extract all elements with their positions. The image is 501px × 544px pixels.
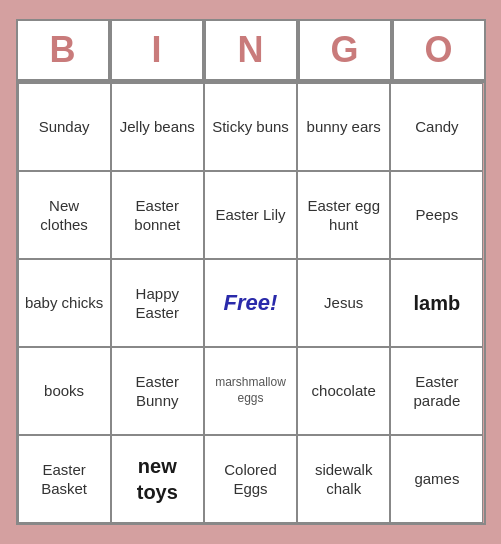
cell-3-1[interactable]: Easter Bunny xyxy=(111,347,204,435)
cell-3-2[interactable]: marshmallow eggs xyxy=(204,347,297,435)
cell-4-0[interactable]: Easter Basket xyxy=(18,435,111,523)
cell-2-3[interactable]: Jesus xyxy=(297,259,390,347)
cell-1-4[interactable]: Peeps xyxy=(390,171,483,259)
cell-2-1[interactable]: Happy Easter xyxy=(111,259,204,347)
cell-2-0[interactable]: baby chicks xyxy=(18,259,111,347)
cell-4-2[interactable]: Colored Eggs xyxy=(204,435,297,523)
cell-3-0[interactable]: books xyxy=(18,347,111,435)
cell-0-3[interactable]: bunny ears xyxy=(297,83,390,171)
cell-1-1[interactable]: Easter bonnet xyxy=(111,171,204,259)
cell-0-1[interactable]: Jelly beans xyxy=(111,83,204,171)
cell-0-0[interactable]: Sunday xyxy=(18,83,111,171)
cell-2-4[interactable]: lamb xyxy=(390,259,483,347)
bingo-grid: SundayJelly beansSticky bunsbunny earsCa… xyxy=(16,81,486,525)
cell-1-2[interactable]: Easter Lily xyxy=(204,171,297,259)
bingo-card: BINGO SundayJelly beansSticky bunsbunny … xyxy=(6,9,496,535)
header-letter-o: O xyxy=(392,19,486,81)
header-letter-i: I xyxy=(110,19,204,81)
cell-0-4[interactable]: Candy xyxy=(390,83,483,171)
bingo-header: BINGO xyxy=(16,19,486,81)
header-letter-n: N xyxy=(204,19,298,81)
cell-4-4[interactable]: games xyxy=(390,435,483,523)
cell-0-2[interactable]: Sticky buns xyxy=(204,83,297,171)
cell-1-3[interactable]: Easter egg hunt xyxy=(297,171,390,259)
cell-3-4[interactable]: Easter parade xyxy=(390,347,483,435)
cell-3-3[interactable]: chocolate xyxy=(297,347,390,435)
header-letter-b: B xyxy=(16,19,110,81)
cell-2-2[interactable]: Free! xyxy=(204,259,297,347)
cell-1-0[interactable]: New clothes xyxy=(18,171,111,259)
header-letter-g: G xyxy=(298,19,392,81)
cell-4-1[interactable]: new toys xyxy=(111,435,204,523)
cell-4-3[interactable]: sidewalk chalk xyxy=(297,435,390,523)
